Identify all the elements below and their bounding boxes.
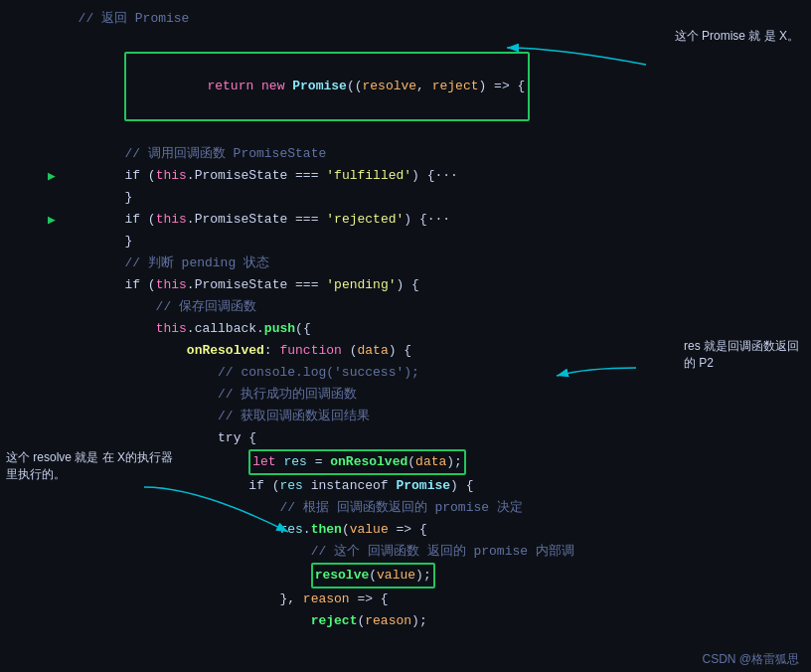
code-area: // 返回 Promise return new Promise((resolv…	[0, 0, 811, 640]
code-line-resolve-value: resolve(value);	[0, 563, 811, 588]
line-content: reject(reason);	[59, 610, 811, 632]
code-line-instanceof: if (res instanceof Promise) {	[0, 475, 811, 497]
line-content: }, reason => {	[59, 588, 811, 610]
line-content: // 根据 回调函数返回的 promise 决定	[59, 497, 811, 519]
code-line-let-res: let res = onResolved(data);	[0, 449, 811, 475]
code-line: // 执行成功的回调函数	[0, 384, 811, 406]
code-line-return: return new Promise((resolve, reject) => …	[0, 30, 811, 143]
code-line-fulfilled: ▶ if (this.PromiseState === 'fulfilled')…	[0, 165, 811, 187]
code-line: // 保存回调函数	[0, 296, 811, 318]
line-content: this.callback.push({	[59, 318, 811, 340]
code-line-res-then: res.then(value => {	[0, 519, 811, 541]
line-content: if (this.PromiseState === 'pending') {	[59, 274, 811, 296]
line-content: let res = onResolved(data);	[59, 449, 811, 475]
line-content: onResolved: function (data) {	[59, 340, 811, 362]
line-content: // 这个 回调函数 返回的 promise 内部调	[59, 541, 811, 563]
code-container: // 返回 Promise return new Promise((resolv…	[0, 0, 811, 672]
line-content: }	[59, 187, 811, 209]
line-content: if (this.PromiseState === 'fulfilled') {…	[59, 165, 811, 187]
line-content: // 获取回调函数返回结果	[59, 406, 811, 427]
code-line-try: try {	[0, 427, 811, 449]
code-line-reject-reason: reject(reason);	[0, 610, 811, 632]
code-line-pending: if (this.PromiseState === 'pending') {	[0, 274, 811, 296]
code-line-rejected: ▶ if (this.PromiseState === 'rejected') …	[0, 209, 811, 231]
line-content: }	[59, 231, 811, 252]
line-content: // 保存回调函数	[59, 296, 811, 318]
line-content: if (res instanceof Promise) {	[59, 475, 811, 497]
line-content: return new Promise((resolve, reject) => …	[59, 30, 811, 143]
line-content: // 执行成功的回调函数	[59, 384, 811, 406]
code-line: // console.log('success');	[0, 362, 811, 384]
line-content: // 返回 Promise	[59, 8, 811, 30]
code-line: // 获取回调函数返回结果	[0, 406, 811, 427]
line-content: // 调用回调函数 PromiseState	[59, 143, 811, 165]
code-line: }	[0, 187, 811, 209]
code-line-reason: }, reason => {	[0, 588, 811, 610]
line-content: try {	[59, 427, 811, 449]
line-content: if (this.PromiseState === 'rejected') {·…	[59, 209, 811, 231]
code-line: // 调用回调函数 PromiseState	[0, 143, 811, 165]
code-line: // 根据 回调函数返回的 promise 决定	[0, 497, 811, 519]
line-arrow: ▶	[45, 168, 59, 184]
code-line: // 返回 Promise	[0, 8, 811, 30]
line-content: resolve(value);	[59, 563, 811, 588]
line-content: res.then(value => {	[59, 519, 811, 541]
line-content: // 判断 pending 状态	[59, 252, 811, 274]
code-line-push: this.callback.push({	[0, 318, 811, 340]
watermark: CSDN @格雷狐思	[690, 647, 811, 672]
code-line: // 判断 pending 状态	[0, 252, 811, 274]
code-line: }	[0, 231, 811, 252]
line-content: // console.log('success');	[59, 362, 811, 384]
code-line-onresolved: onResolved: function (data) {	[0, 340, 811, 362]
code-line: // 这个 回调函数 返回的 promise 内部调	[0, 541, 811, 563]
line-arrow: ▶	[45, 212, 59, 228]
